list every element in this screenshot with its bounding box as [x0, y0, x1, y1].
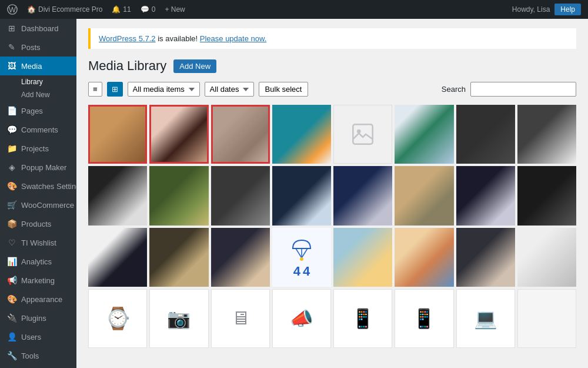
sidebar-item-pages[interactable]: 📄 Pages — [0, 101, 76, 120]
laptop-icon: 💻 — [474, 307, 497, 330]
sidebar-item-products[interactable]: 📦 Products — [0, 214, 76, 233]
home-icon: 🏠 — [27, 5, 36, 14]
media-icon: 🖼 — [7, 61, 16, 71]
site-name[interactable]: 🏠 Divi Ecommerce Pro — [27, 5, 102, 14]
media-item-icon-camera[interactable]: 📷 — [149, 289, 208, 348]
sidebar-item-projects[interactable]: 📁 Projects — [0, 139, 76, 158]
users-icon: 👤 — [7, 332, 16, 342]
help-button[interactable]: Help — [554, 4, 581, 15]
tools-icon: 🔧 — [7, 351, 16, 360]
sidebar-label-plugins: Plugins — [21, 314, 46, 323]
media-item-icon-mobile[interactable]: 📱 — [333, 289, 392, 348]
sidebar-item-popup-maker[interactable]: ◈ Popup Maker — [0, 158, 76, 177]
sidebar-label-dashboard: Dashboard — [21, 24, 59, 33]
media-item[interactable] — [211, 166, 270, 225]
mobile-icon: 📱 — [351, 307, 375, 330]
watch-icon: ⌚ — [105, 306, 131, 331]
media-item[interactable] — [395, 105, 453, 164]
media-item[interactable] — [333, 228, 392, 287]
add-new-button[interactable]: + New — [165, 5, 185, 14]
sidebar-item-posts[interactable]: ✎ Posts — [0, 38, 76, 57]
camera-icon: 📷 — [167, 307, 191, 330]
sidebar-item-comments[interactable]: 💬 Comments — [0, 120, 76, 139]
media-item[interactable] — [88, 105, 147, 164]
sidebar-item-plugins[interactable]: 🔌 Plugins — [0, 309, 76, 327]
media-item[interactable] — [456, 166, 515, 225]
media-item-icon-megaphone[interactable]: 📣 — [272, 289, 331, 348]
date-filter-select[interactable]: All dates — [205, 82, 254, 97]
bell-icon: 🔔 — [112, 5, 121, 14]
media-item[interactable] — [149, 105, 208, 164]
update-now-link[interactable]: Please update now. — [200, 34, 266, 43]
sidebar-item-dashboard[interactable]: ⊞ Dashboard — [0, 19, 76, 38]
media-item[interactable] — [149, 166, 208, 225]
wp-logo-icon: W — [7, 4, 18, 15]
sidebar-label-pages: Pages — [21, 107, 43, 115]
sidebar-item-ti-wishlist[interactable]: ♡ TI Wishlist — [0, 233, 76, 252]
sidebar-label-tools: Tools — [21, 352, 39, 360]
media-item[interactable] — [211, 228, 270, 287]
sidebar-item-media[interactable]: 🖼 Media — [0, 57, 76, 75]
media-item[interactable] — [333, 166, 392, 225]
media-item[interactable] — [517, 166, 576, 225]
woo-icon: 🛒 — [7, 200, 16, 210]
page-header: Media Library Add New — [88, 58, 576, 74]
media-item[interactable] — [149, 228, 208, 287]
sidebar-item-users[interactable]: 👤 Users — [0, 327, 76, 346]
posts-icon: ✎ — [7, 42, 16, 52]
grid-view-icon: ⊞ — [112, 85, 118, 94]
media-item[interactable] — [88, 166, 147, 225]
comment-count[interactable]: 💬 0 — [141, 5, 156, 14]
sidebar-item-tools[interactable]: 🔧 Tools — [0, 346, 76, 365]
sidebar-sub-library[interactable]: Library — [0, 75, 76, 88]
media-item-empty[interactable] — [517, 289, 576, 348]
media-item[interactable] — [211, 105, 270, 164]
list-view-button[interactable]: ≡ — [88, 82, 102, 97]
sidebar-label-popup-maker: Popup Maker — [21, 163, 66, 172]
media-item[interactable] — [88, 228, 147, 287]
sidebar-item-marketing[interactable]: 📢 Marketing — [0, 271, 76, 290]
update-notice: WordPress 5.7.2 is available! Please upd… — [88, 28, 576, 49]
media-item-icon-monitor[interactable]: 🖥 — [211, 289, 270, 348]
admin-bar: W 🏠 Divi Ecommerce Pro 🔔 11 💬 0 + New Ho… — [0, 0, 588, 19]
sidebar-label-comments: Comments — [21, 125, 58, 134]
bulk-select-button[interactable]: Bulk select — [259, 82, 309, 97]
grid-view-button[interactable]: ⊞ — [107, 82, 123, 97]
media-item[interactable] — [517, 228, 576, 287]
media-item-icon-watch[interactable]: ⌚ — [88, 289, 147, 348]
search-input[interactable] — [470, 82, 576, 97]
marketing-icon: 📢 — [7, 276, 16, 285]
media-filter-select[interactable]: All media items — [128, 82, 200, 97]
sidebar-item-woocommerce[interactable]: 🛒 WooCommerce — [0, 195, 76, 214]
notice-available-text: is available! — [158, 34, 198, 43]
version-link[interactable]: WordPress 5.7.2 — [99, 34, 156, 43]
media-item[interactable] — [456, 105, 515, 164]
sidebar-item-appearance[interactable]: 🎨 Appearance — [0, 290, 76, 309]
sidebar-item-swatches-settings[interactable]: 🎨 Swatches Settings — [0, 177, 76, 195]
sidebar-sub-add-new[interactable]: Add New — [0, 88, 76, 101]
media-item[interactable] — [272, 105, 331, 164]
analytics-icon: 📊 — [7, 257, 16, 266]
media-toolbar: ≡ ⊞ All media items All dates Bulk selec… — [88, 82, 576, 97]
notification-count[interactable]: 🔔 11 — [112, 5, 131, 14]
media-item-placeholder[interactable] — [333, 105, 392, 164]
add-new-button[interactable]: Add New — [173, 59, 216, 73]
plugins-icon: 🔌 — [7, 313, 16, 323]
placeholder-icon — [351, 122, 375, 146]
sidebar-item-analytics[interactable]: 📊 Analytics — [0, 252, 76, 271]
media-item[interactable] — [517, 105, 576, 164]
monitor-icon: 🖥 — [231, 307, 250, 329]
media-item-icon-tablet[interactable]: 📱 — [395, 289, 453, 348]
sidebar-label-posts: Posts — [21, 43, 41, 52]
sidebar-label-ti-wishlist: TI Wishlist — [21, 238, 56, 247]
media-item[interactable] — [272, 166, 331, 225]
sidebar-label-users: Users — [21, 333, 41, 342]
sidebar: ⊞ Dashboard ✎ Posts 🖼 Media Library Add … — [0, 19, 76, 368]
media-item[interactable] — [395, 228, 453, 287]
sidebar-item-settings[interactable]: ⚙ Settings — [0, 365, 76, 368]
media-item-icon-laptop[interactable]: 💻 — [456, 289, 515, 348]
sidebar-label-swatches-settings: Swatches Settings — [21, 182, 76, 191]
media-item[interactable] — [456, 228, 515, 287]
media-item[interactable] — [395, 166, 453, 225]
media-item-parachute[interactable]: 44 — [272, 228, 331, 287]
